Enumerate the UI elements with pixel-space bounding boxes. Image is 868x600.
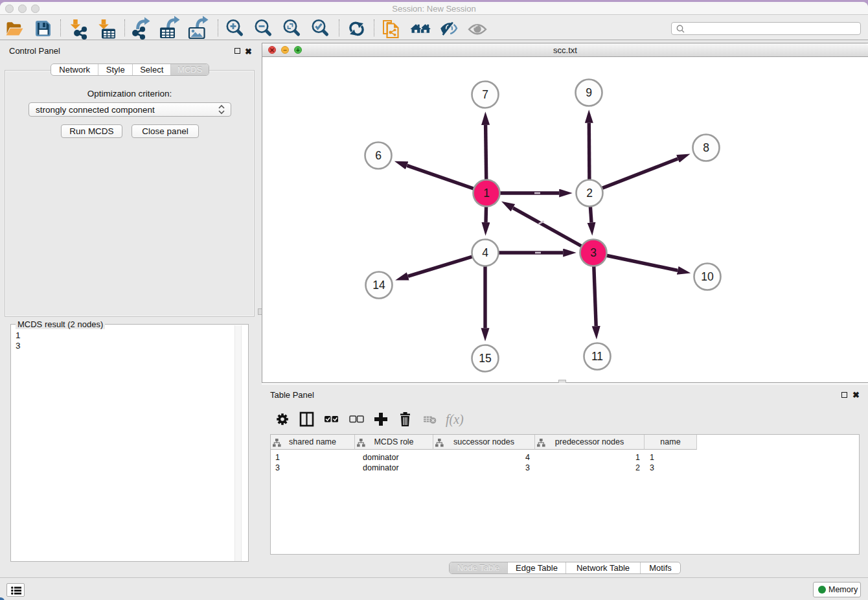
svg-text:3: 3 bbox=[590, 246, 597, 259]
svg-text:1: 1 bbox=[483, 187, 490, 200]
svg-text:14: 14 bbox=[372, 279, 385, 292]
svg-text:2: 2 bbox=[586, 187, 593, 200]
svg-text:9: 9 bbox=[586, 86, 592, 99]
svg-text:15: 15 bbox=[479, 352, 491, 365]
svg-text:8: 8 bbox=[703, 141, 709, 154]
svg-text:11: 11 bbox=[591, 350, 603, 363]
svg-text:10: 10 bbox=[701, 270, 714, 283]
svg-text:4: 4 bbox=[482, 246, 488, 259]
svg-text:6: 6 bbox=[375, 149, 382, 162]
svg-text:7: 7 bbox=[482, 88, 488, 101]
svg-text:f(x): f(x) bbox=[446, 412, 464, 427]
